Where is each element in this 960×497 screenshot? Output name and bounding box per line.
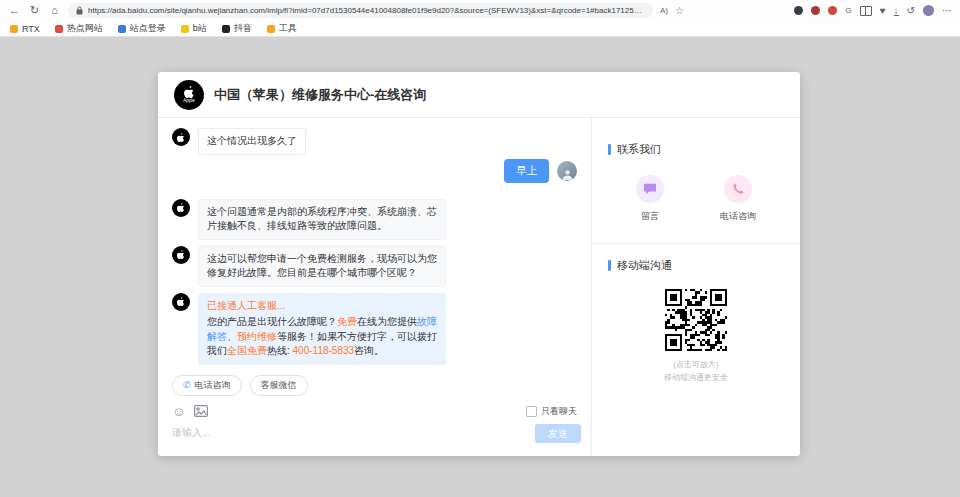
bookmark-label: 站点登录 xyxy=(130,22,166,35)
split-screen-icon[interactable] xyxy=(860,6,872,16)
favorite-star-icon[interactable]: ☆ xyxy=(675,6,684,16)
profile-avatar[interactable] xyxy=(923,5,934,16)
bookmark-label: RTX xyxy=(22,24,40,34)
bookmark-site-login[interactable]: 站点登录 xyxy=(118,22,166,35)
home-icon[interactable]: ⌂ xyxy=(48,5,61,16)
qr-caption-line1: (点击可放大) xyxy=(673,360,718,369)
phone-icon: ✆ xyxy=(183,380,191,390)
bookmark-folder-icon xyxy=(55,25,63,33)
send-button[interactable]: 发送 xyxy=(535,424,581,443)
bot-message-agent: 已接通人工客服...您的产品是出现什么故障呢？免费在线为您提供故障解答、预约维修… xyxy=(172,293,577,365)
only-chat-label: 只看聊天 xyxy=(541,405,577,418)
bot-message-bubble: 这边可以帮您申请一个免费检测服务，现场可以为您修复好此故障。您目前是在哪个城市哪… xyxy=(198,246,446,287)
quick-reply-label: 客服微信 xyxy=(261,379,297,392)
section-divider xyxy=(592,243,800,244)
section-title-text: 移动端沟通 xyxy=(617,258,672,273)
address-bar[interactable]: https://ada.baidu.com/site/qianhu.wejian… xyxy=(68,3,653,18)
contact-label: 留言 xyxy=(636,210,664,223)
history-icon[interactable]: ↺ xyxy=(907,6,915,16)
qr-caption-line2: 移动端沟通更安全 xyxy=(664,373,728,382)
bookmark-folder-icon xyxy=(181,25,189,33)
user-message: 早上 xyxy=(172,159,577,183)
url-text: https://ada.baidu.com/site/qianhu.wejian… xyxy=(88,6,645,15)
mobile-section-title: 移动端沟通 xyxy=(608,258,784,273)
read-aloud-icon[interactable]: A) xyxy=(660,7,668,15)
contact-options: 留言 电话咨询 xyxy=(608,175,784,223)
message-input[interactable]: 请输入... xyxy=(172,426,577,440)
bookmark-label: 工具 xyxy=(279,22,297,35)
section-accent-bar xyxy=(608,144,611,155)
collections-heart-icon[interactable]: ♥ xyxy=(880,6,886,16)
extension-icon-1[interactable] xyxy=(794,6,803,15)
bookmark-folder-icon xyxy=(118,25,126,33)
contact-label: 电话咨询 xyxy=(720,210,756,223)
page-title: 中国（苹果）维修服务中心-在线咨询 xyxy=(214,86,426,104)
apple-logo-text: Apple xyxy=(183,99,195,104)
bot-message: 这边可以帮您申请一个免费检测服务，现场可以为您修复好此故障。您目前是在哪个城市哪… xyxy=(172,246,577,287)
bookmark-tools[interactable]: 工具 xyxy=(267,22,297,35)
download-icon[interactable]: ↓ xyxy=(894,6,899,16)
bot-message-bubble: 这个问题通常是内部的系统程序冲突、系统崩溃、芯片接触不良、排线短路等致的故障问题… xyxy=(198,199,446,240)
only-chat-option: 只看聊天 xyxy=(526,405,577,418)
contact-panel: 联系我们 留言 电话咨询 xyxy=(592,118,800,455)
quick-reply-label: 电话咨询 xyxy=(195,379,231,392)
lock-icon xyxy=(76,6,83,15)
browser-toolbar: ← ↻ ⌂ https://ada.baidu.com/site/qianhu.… xyxy=(0,0,960,21)
refresh-icon[interactable]: ↻ xyxy=(28,5,41,16)
bot-message: 这个问题通常是内部的系统程序冲突、系统崩溃、芯片接触不良、排线短路等致的故障问题… xyxy=(172,199,577,240)
toolbar-right: G ♥ ↓ ↺ ⋯ xyxy=(794,5,952,16)
contact-message[interactable]: 留言 xyxy=(636,175,664,223)
back-icon[interactable]: ← xyxy=(8,5,21,16)
message-bubble-icon xyxy=(636,175,664,203)
bookmark-folder-icon xyxy=(267,25,275,33)
bookmark-rtx[interactable]: RTX xyxy=(10,24,40,34)
extension-icon-3[interactable] xyxy=(828,6,837,15)
bookmark-folder-icon xyxy=(10,25,18,33)
contact-phone[interactable]: 电话咨询 xyxy=(720,175,756,223)
bookmarks-bar: RTX 热点网站 站点登录 b站 抖音 工具 xyxy=(0,21,960,37)
bookmark-bilibili[interactable]: b站 xyxy=(181,22,207,35)
bot-message: 这个情况出现多久了 xyxy=(172,128,577,155)
section-accent-bar xyxy=(608,260,611,271)
user-avatar xyxy=(557,161,577,181)
qr-caption: (点击可放大) 移动端沟通更安全 xyxy=(608,359,784,385)
page-background: Apple 中国（苹果）维修服务中心-在线咨询 这个情况出现多久了 早上 xyxy=(0,38,960,497)
bot-avatar-apple-icon xyxy=(172,293,190,311)
image-upload-icon[interactable] xyxy=(194,405,208,417)
more-menu-icon[interactable]: ⋯ xyxy=(942,6,952,16)
bookmark-folder-icon xyxy=(222,25,230,33)
extension-icon-2[interactable] xyxy=(811,6,820,15)
bot-avatar-apple-icon xyxy=(172,128,190,146)
qr-code[interactable] xyxy=(665,289,727,351)
bot-avatar-apple-icon xyxy=(172,199,190,217)
chat-header: Apple 中国（苹果）维修服务中心-在线咨询 xyxy=(158,72,800,118)
quick-reply-wechat[interactable]: 客服微信 xyxy=(250,375,308,396)
bookmark-label: 抖音 xyxy=(234,22,252,35)
chat-area: 这个情况出现多久了 早上 这个问题通常是内部的系统程序冲突、系统崩溃、芯片接触不… xyxy=(158,118,592,455)
google-extension-icon[interactable]: G xyxy=(845,7,851,15)
input-toolbar: ☺ 只看聊天 xyxy=(172,405,577,418)
only-chat-checkbox[interactable] xyxy=(526,406,537,417)
apple-logo: Apple xyxy=(174,80,204,110)
agent-message-bubble: 已接通人工客服...您的产品是出现什么故障呢？免费在线为您提供故障解答、预约维修… xyxy=(198,293,446,365)
bot-avatar-apple-icon xyxy=(172,246,190,264)
emoji-icon[interactable]: ☺ xyxy=(172,405,185,418)
phone-icon xyxy=(724,175,752,203)
quick-reply-phone[interactable]: ✆ 电话咨询 xyxy=(172,375,242,396)
contact-section-title: 联系我们 xyxy=(608,142,784,157)
chat-widget-card: Apple 中国（苹果）维修服务中心-在线咨询 这个情况出现多久了 早上 xyxy=(158,72,800,456)
bookmark-label: b站 xyxy=(193,22,207,35)
user-message-bubble: 早上 xyxy=(504,159,549,183)
bot-message-bubble: 这个情况出现多久了 xyxy=(198,128,306,155)
bookmark-douyin[interactable]: 抖音 xyxy=(222,22,252,35)
bookmark-hot-sites[interactable]: 热点网站 xyxy=(55,22,103,35)
quick-replies: ✆ 电话咨询 客服微信 xyxy=(172,375,577,396)
bookmark-label: 热点网站 xyxy=(67,22,103,35)
section-title-text: 联系我们 xyxy=(617,142,661,157)
